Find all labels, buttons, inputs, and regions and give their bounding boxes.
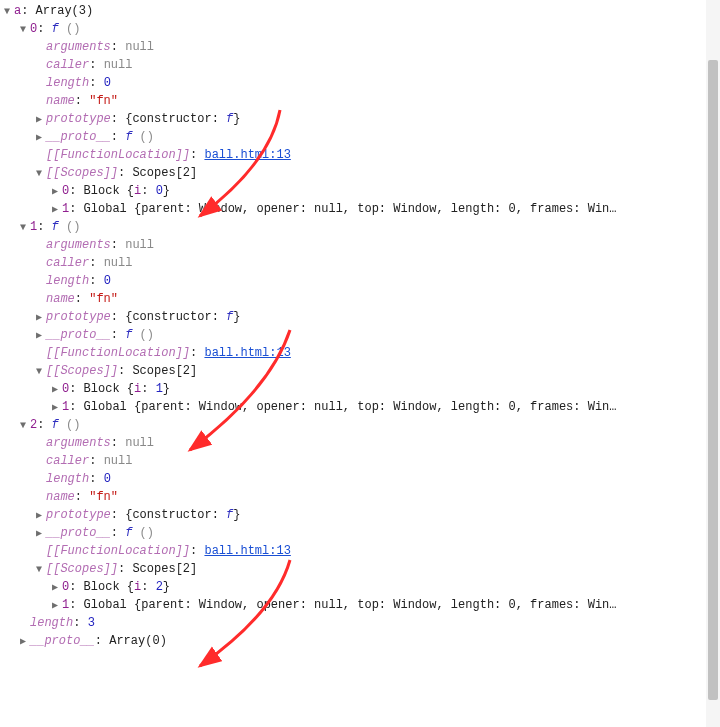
disclosure-triangle-icon[interactable]: ▶ (34, 129, 44, 147)
disclosure-triangle-icon[interactable]: ▶ (34, 111, 44, 129)
disclosure-triangle-icon[interactable]: ▶ (50, 579, 60, 597)
function-location-row[interactable]: [[FunctionLocation]]: ball.html:13 (2, 542, 720, 560)
prop-value: null (104, 58, 133, 72)
prop-value: 0 (104, 472, 111, 486)
prop-key: caller (46, 454, 89, 468)
disclosure-triangle-icon[interactable]: ▶ (50, 201, 60, 219)
array-item[interactable]: ▼0: f () (2, 20, 720, 38)
scope-block-row[interactable]: ▶0: Block {i: 0} (2, 182, 720, 200)
disclosure-triangle-icon[interactable] (34, 291, 44, 309)
disclosure-triangle-icon[interactable]: ▼ (18, 219, 28, 237)
disclosure-triangle-icon[interactable]: ▼ (34, 165, 44, 183)
prop-value: "fn" (89, 292, 118, 306)
prop-key: name (46, 94, 75, 108)
function-location-row[interactable]: [[FunctionLocation]]: ball.html:13 (2, 344, 720, 362)
prop-value: null (125, 436, 154, 450)
disclosure-triangle-icon[interactable]: ▶ (34, 525, 44, 543)
prop-key: caller (46, 256, 89, 270)
disclosure-triangle-icon[interactable] (34, 39, 44, 57)
disclosure-triangle-icon[interactable]: ▶ (34, 309, 44, 327)
disclosure-triangle-icon[interactable] (34, 345, 44, 363)
scrollbar-thumb[interactable] (708, 60, 718, 700)
disclosure-triangle-icon[interactable] (34, 147, 44, 165)
disclosure-triangle-icon[interactable]: ▼ (2, 3, 12, 21)
prop-value: "fn" (89, 490, 118, 504)
array-proto-row[interactable]: ▶__proto__: Array(0) (2, 632, 720, 650)
disclosure-triangle-icon[interactable] (34, 93, 44, 111)
prototype-row[interactable]: ▶prototype: {constructor: f} (2, 308, 720, 326)
disclosure-triangle-icon[interactable]: ▼ (34, 363, 44, 381)
scope-global-row[interactable]: ▶1: Global {parent: Window, opener: null… (2, 596, 720, 614)
disclosure-triangle-icon[interactable]: ▼ (34, 561, 44, 579)
prototype-row[interactable]: ▶prototype: {constructor: f} (2, 110, 720, 128)
disclosure-triangle-icon[interactable] (18, 615, 28, 633)
tree-root[interactable]: ▼a: Array(3) (2, 2, 720, 20)
scope-block-row[interactable]: ▶0: Block {i: 1} (2, 380, 720, 398)
disclosure-triangle-icon[interactable] (34, 471, 44, 489)
scopes-row[interactable]: ▼[[Scopes]]: Scopes[2] (2, 164, 720, 182)
property-row[interactable]: arguments: null (2, 236, 720, 254)
scope-block-row[interactable]: ▶0: Block {i: 2} (2, 578, 720, 596)
prop-key: length (46, 274, 89, 288)
prop-value: "fn" (89, 94, 118, 108)
prop-key: caller (46, 58, 89, 72)
property-row[interactable]: name: "fn" (2, 290, 720, 308)
disclosure-triangle-icon[interactable]: ▶ (50, 183, 60, 201)
vertical-scrollbar[interactable] (706, 0, 720, 727)
property-row[interactable]: name: "fn" (2, 92, 720, 110)
prop-key: name (46, 490, 75, 504)
function-location-row[interactable]: [[FunctionLocation]]: ball.html:13 (2, 146, 720, 164)
prop-value: null (125, 40, 154, 54)
function-location-link[interactable]: ball.html:13 (204, 544, 290, 558)
prop-key: arguments (46, 238, 111, 252)
property-row[interactable]: length: 0 (2, 272, 720, 290)
disclosure-triangle-icon[interactable]: ▼ (18, 417, 28, 435)
scopes-row[interactable]: ▼[[Scopes]]: Scopes[2] (2, 560, 720, 578)
function-location-link[interactable]: ball.html:13 (204, 346, 290, 360)
disclosure-triangle-icon[interactable]: ▶ (18, 633, 28, 651)
prop-key: length (46, 472, 89, 486)
disclosure-triangle-icon[interactable] (34, 273, 44, 291)
dunder-proto-row[interactable]: ▶__proto__: f () (2, 524, 720, 542)
prop-key: name (46, 292, 75, 306)
prop-value: null (104, 256, 133, 270)
property-row[interactable]: name: "fn" (2, 488, 720, 506)
array-item[interactable]: ▼2: f () (2, 416, 720, 434)
root-summary: Array(3) (36, 4, 94, 18)
disclosure-triangle-icon[interactable]: ▶ (34, 327, 44, 345)
property-row[interactable]: length: 0 (2, 470, 720, 488)
array-length-row[interactable]: length: 3 (2, 614, 720, 632)
array-item[interactable]: ▼1: f () (2, 218, 720, 236)
scopes-row[interactable]: ▼[[Scopes]]: Scopes[2] (2, 362, 720, 380)
disclosure-triangle-icon[interactable]: ▶ (50, 399, 60, 417)
function-location-link[interactable]: ball.html:13 (204, 148, 290, 162)
scope-global-row[interactable]: ▶1: Global {parent: Window, opener: null… (2, 398, 720, 416)
prop-value: null (104, 454, 133, 468)
property-row[interactable]: caller: null (2, 254, 720, 272)
disclosure-triangle-icon[interactable] (34, 543, 44, 561)
disclosure-triangle-icon[interactable]: ▼ (18, 21, 28, 39)
disclosure-triangle-icon[interactable] (34, 453, 44, 471)
scope-global-row[interactable]: ▶1: Global {parent: Window, opener: null… (2, 200, 720, 218)
disclosure-triangle-icon[interactable]: ▶ (34, 507, 44, 525)
disclosure-triangle-icon[interactable] (34, 237, 44, 255)
prop-key: arguments (46, 436, 111, 450)
disclosure-triangle-icon[interactable] (34, 75, 44, 93)
disclosure-triangle-icon[interactable] (34, 489, 44, 507)
disclosure-triangle-icon[interactable]: ▶ (50, 381, 60, 399)
dunder-proto-row[interactable]: ▶__proto__: f () (2, 128, 720, 146)
property-row[interactable]: length: 0 (2, 74, 720, 92)
disclosure-triangle-icon[interactable]: ▶ (50, 597, 60, 615)
property-row[interactable]: caller: null (2, 56, 720, 74)
property-row[interactable]: arguments: null (2, 38, 720, 56)
prototype-row[interactable]: ▶prototype: {constructor: f} (2, 506, 720, 524)
disclosure-triangle-icon[interactable] (34, 57, 44, 75)
property-row[interactable]: caller: null (2, 452, 720, 470)
property-row[interactable]: arguments: null (2, 434, 720, 452)
prop-key: arguments (46, 40, 111, 54)
prop-value: null (125, 238, 154, 252)
disclosure-triangle-icon[interactable] (34, 255, 44, 273)
disclosure-triangle-icon[interactable] (34, 435, 44, 453)
dunder-proto-row[interactable]: ▶__proto__: f () (2, 326, 720, 344)
devtools-object-tree: ▼a: Array(3)▼0: f () arguments: null cal… (0, 0, 720, 727)
